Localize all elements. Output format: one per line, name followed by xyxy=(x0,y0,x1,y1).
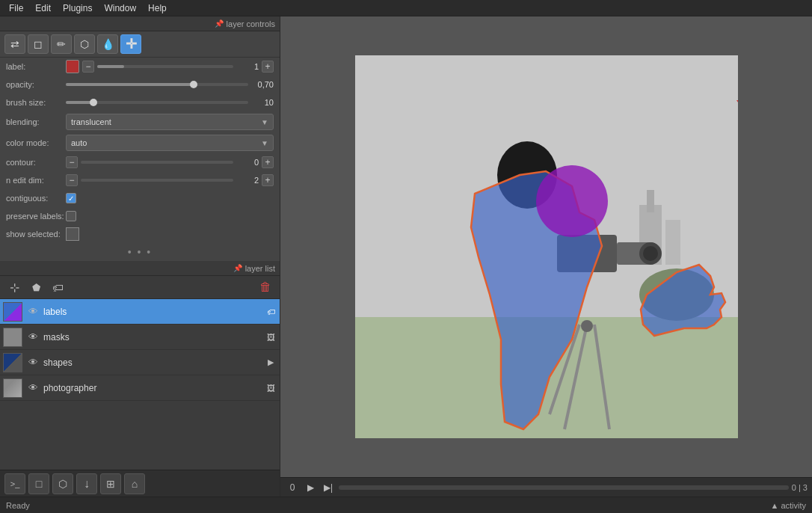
contiguous-control-row: contiguous: xyxy=(0,189,280,207)
more-options-button[interactable]: • • • xyxy=(0,243,280,261)
brush-size-slider[interactable] xyxy=(66,101,248,104)
n-edit-dim-content: − 2 + xyxy=(66,174,274,186)
color-mode-label: color mode: xyxy=(6,138,66,147)
brush-size-label: brush size: xyxy=(6,98,66,107)
layer-eye-masks[interactable]: 👁 xyxy=(25,330,40,345)
move-tool-button[interactable]: ✛ xyxy=(120,34,141,54)
n-edit-dim-control-row: n edit dim: − 2 + xyxy=(0,171,280,189)
contour-value: 0 xyxy=(236,158,259,167)
color-mode-control-row: color mode: auto ▼ xyxy=(0,132,280,153)
n-edit-dim-plus-button[interactable]: + xyxy=(262,174,274,186)
delete-layer-button[interactable]: 🗑 xyxy=(256,278,275,296)
show-selected-color[interactable] xyxy=(66,227,79,241)
opacity-value: 0,70 xyxy=(251,80,274,89)
opacity-control-row: opacity: 0,70 xyxy=(0,76,280,93)
chevron-up-icon: ▲ xyxy=(770,501,781,510)
contour-minus-button[interactable]: − xyxy=(66,156,78,168)
label-control-label: label: xyxy=(6,62,66,71)
opacity-control-label: opacity: xyxy=(6,80,66,89)
svg-point-18 xyxy=(536,165,608,237)
eraser-tool-button[interactable]: ◻ xyxy=(28,34,49,54)
import-button[interactable]: ↓ xyxy=(76,473,97,494)
terminal-button[interactable]: >_ xyxy=(4,473,25,494)
label-slider[interactable] xyxy=(97,65,233,68)
layer-item-shapes[interactable]: 👁 shapes ▶ xyxy=(0,350,280,375)
show-selected-content xyxy=(66,227,274,241)
layer-eye-photographer[interactable]: 👁 xyxy=(25,381,40,396)
layer-eye-shapes[interactable]: 👁 xyxy=(25,355,40,370)
rectangle-button[interactable]: □ xyxy=(28,473,49,494)
canvas-container xyxy=(355,55,738,438)
contour-control-row: contour: − 0 + xyxy=(0,153,280,171)
layer-name-shapes: shapes xyxy=(43,357,262,368)
home-button[interactable]: ⌂ xyxy=(124,473,145,494)
brush-size-content: 10 xyxy=(66,98,274,107)
timeline-bar: 0 ▶ ▶| 0 | 3 xyxy=(280,477,812,497)
pencil-tool-button[interactable]: ✏ xyxy=(51,34,72,54)
blending-arrow-icon: ▼ xyxy=(261,118,268,126)
fill-tool-button[interactable]: ⬡ xyxy=(74,34,95,54)
opacity-control-content: 0,70 xyxy=(66,80,274,89)
label-plus-button[interactable]: + xyxy=(262,61,274,73)
color-mode-select[interactable]: auto ▼ xyxy=(66,135,274,151)
menu-plugins[interactable]: Plugins xyxy=(57,1,98,15)
add-shapes-button[interactable]: ⬟ xyxy=(26,278,46,296)
label-value: 1 xyxy=(236,62,259,71)
layer-item-masks[interactable]: 👁 masks 🖼 xyxy=(0,325,280,350)
left-panel: 📌 layer controls ⇄ ◻ ✏ ⬡ 💧 ✛ label: − xyxy=(0,16,280,497)
layer-controls-title: layer controls xyxy=(227,19,275,28)
pin-icon-2: 📌 xyxy=(233,264,242,272)
layer-list-title: layer list xyxy=(245,264,275,273)
layer-items-list: 👁 labels 🏷 👁 masks 🖼 👁 shapes ▶ xyxy=(0,299,280,470)
layer-list-toolbar: ⊹ ⬟ 🏷 🗑 xyxy=(0,276,280,299)
preserve-labels-control-row: preserve labels: xyxy=(0,207,280,225)
cube-button[interactable]: ⬡ xyxy=(52,473,73,494)
blending-select[interactable]: translucent ▼ xyxy=(66,114,274,130)
layer-item-photographer[interactable]: 👁 photographer 🖼 xyxy=(0,375,280,401)
contiguous-checkbox[interactable] xyxy=(66,193,76,203)
n-edit-dim-minus-button[interactable]: − xyxy=(66,174,78,186)
contour-label: contour: xyxy=(6,158,66,167)
contour-plus-button[interactable]: + xyxy=(262,156,274,168)
preserve-labels-content xyxy=(66,211,274,221)
opacity-slider[interactable] xyxy=(66,83,248,86)
layer-thumbnail-masks xyxy=(3,328,22,347)
timeline-track[interactable] xyxy=(339,485,789,490)
menu-edit[interactable]: Edit xyxy=(29,1,57,15)
layer-list-section: 📌 layer list ⊹ ⬟ 🏷 🗑 👁 labels 🏷 xyxy=(0,261,280,497)
layer-thumbnail-shapes xyxy=(3,353,22,372)
menu-help[interactable]: Help xyxy=(142,1,173,15)
canvas-viewport[interactable] xyxy=(280,16,812,477)
n-edit-dim-slider[interactable] xyxy=(81,179,233,182)
contiguous-label: contiguous: xyxy=(6,194,66,203)
eyedropper-tool-button[interactable]: 💧 xyxy=(97,34,118,54)
play-button[interactable]: ▶ xyxy=(303,480,318,495)
menu-window[interactable]: Window xyxy=(98,1,142,15)
layer-type-icon-masks: 🖼 xyxy=(265,331,277,343)
menu-file[interactable]: File xyxy=(3,1,29,15)
status-bar: Ready ▲ activity xyxy=(0,497,812,513)
contiguous-content xyxy=(66,193,274,203)
layer-item-labels[interactable]: 👁 labels 🏷 xyxy=(0,299,280,325)
layer-thumbnail-labels xyxy=(3,302,22,322)
label-control-row: label: − 1 + xyxy=(0,58,280,76)
label-minus-button[interactable]: − xyxy=(82,61,94,73)
label-color-swatch[interactable] xyxy=(66,60,79,73)
contour-slider[interactable] xyxy=(81,161,233,164)
blending-value: translucent xyxy=(71,117,111,126)
preserve-labels-checkbox[interactable] xyxy=(66,211,76,221)
pin-icon: 📌 xyxy=(215,19,224,28)
preserve-labels-label: preserve labels: xyxy=(6,212,66,221)
show-selected-control-row: show selected: xyxy=(0,225,280,243)
add-labels-button[interactable]: 🏷 xyxy=(48,278,67,296)
layer-eye-labels[interactable]: 👁 xyxy=(25,304,40,319)
grid-button[interactable]: ⊞ xyxy=(100,473,121,494)
brush-size-value: 10 xyxy=(251,98,274,107)
next-frame-button[interactable]: ▶| xyxy=(321,480,336,495)
activity-button[interactable]: ▲ activity xyxy=(770,501,806,510)
add-points-button[interactable]: ⊹ xyxy=(4,278,24,296)
shuffle-tool-button[interactable]: ⇄ xyxy=(4,34,25,54)
tools-toolbar: ⇄ ◻ ✏ ⬡ 💧 ✛ xyxy=(0,31,280,58)
color-mode-arrow-icon: ▼ xyxy=(261,139,268,147)
brush-size-control-row: brush size: 10 xyxy=(0,93,280,111)
